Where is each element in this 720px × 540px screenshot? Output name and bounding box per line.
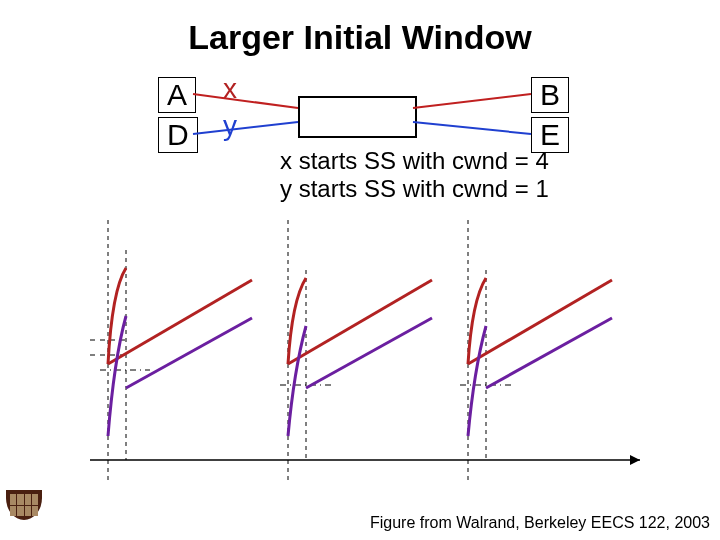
brown-crest-icon	[6, 490, 42, 534]
svg-line-2	[413, 94, 531, 108]
svg-line-18	[108, 280, 252, 364]
svg-line-0	[193, 94, 298, 108]
cwnd-plot	[70, 210, 650, 490]
svg-line-21	[126, 318, 252, 388]
caption-y: y starts SS with cwnd = 1	[280, 176, 549, 202]
caption-x: x starts SS with cwnd = 4	[280, 148, 549, 174]
figure-credit: Figure from Walrand, Berkeley EECS 122, …	[370, 514, 710, 532]
svg-line-22	[306, 318, 432, 388]
svg-line-19	[288, 280, 432, 364]
svg-marker-5	[630, 455, 640, 465]
svg-line-23	[486, 318, 612, 388]
svg-line-3	[413, 122, 531, 134]
svg-line-20	[468, 280, 612, 364]
svg-line-1	[193, 122, 298, 134]
